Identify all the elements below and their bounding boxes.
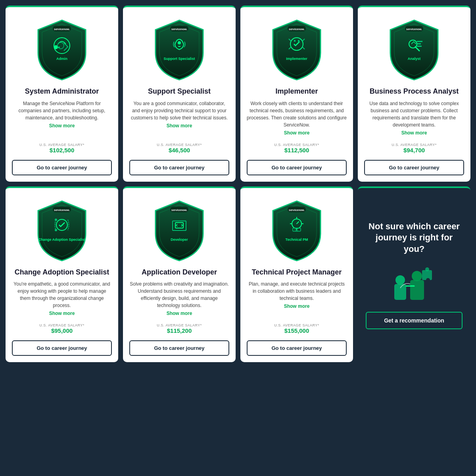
cta-illustration <box>386 264 442 304</box>
salary-value-technical-project-manager: $155,000 <box>284 327 309 334</box>
salary-label-application-developer: U.S. AVERAGE SALARY* <box>157 323 202 327</box>
svg-text:Technical PM: Technical PM <box>286 238 308 242</box>
salary-label-technical-project-manager: U.S. AVERAGE SALARY* <box>274 323 319 327</box>
svg-text:servicenow.: servicenow. <box>289 28 305 31</box>
show-more-link-technical-project-manager[interactable]: Show more <box>284 303 310 309</box>
salary-label-system-administrator: U.S. AVERAGE SALARY* <box>39 143 84 147</box>
svg-text:Support Specialist: Support Specialist <box>163 57 195 61</box>
salary-value-business-process-analyst: $94,700 <box>403 147 425 154</box>
salary-value-application-developer: $115,200 <box>167 327 192 334</box>
svg-text:Developer: Developer <box>171 238 188 242</box>
svg-text:Change Adoption Specialist: Change Adoption Specialist <box>38 238 85 242</box>
card-title-implementer: Implementer <box>275 87 318 96</box>
svg-rect-20 <box>417 43 421 44</box>
svg-text:servicenow.: servicenow. <box>171 28 187 31</box>
journey-button-application-developer[interactable]: Go to career journey <box>129 340 229 356</box>
card-desc-support-specialist: You are a good communicator, collaborato… <box>129 100 229 121</box>
svg-rect-21 <box>417 46 422 47</box>
svg-text:servicenow.: servicenow. <box>54 28 70 31</box>
show-more-link-application-developer[interactable]: Show more <box>167 311 192 316</box>
svg-rect-13 <box>294 40 296 42</box>
cta-recommendation-button[interactable]: Get a recommendation <box>366 312 463 329</box>
card-desc-implementer: Work closely with clients to understand … <box>247 100 347 129</box>
career-card-support-specialist: servicenow. Support Specialist Support S… <box>123 6 236 182</box>
svg-point-26 <box>55 219 57 221</box>
journey-button-business-process-analyst[interactable]: Go to career journey <box>364 160 464 175</box>
card-title-system-administrator: System Administrator <box>25 87 99 96</box>
card-title-change-adoption-specialist: Change Adoption Specialist <box>15 268 109 277</box>
badge-container-system-administrator: servicenow. Admin <box>30 15 94 83</box>
career-card-change-adoption-specialist: servicenow. Change Adoption Specialist C… <box>6 186 118 363</box>
career-card-business-process-analyst: servicenow. Analyst Business Process Ana… <box>358 6 470 182</box>
svg-point-27 <box>55 229 57 231</box>
salary-label-support-specialist: U.S. AVERAGE SALARY* <box>157 143 202 147</box>
svg-text:servicenow.: servicenow. <box>406 28 422 31</box>
show-more-link-change-adoption-specialist[interactable]: Show more <box>49 311 75 316</box>
badge-container-change-adoption-specialist: servicenow. Change Adoption Specialist <box>30 196 94 263</box>
svg-rect-19 <box>417 41 422 42</box>
svg-text:Implementer: Implementer <box>286 57 307 61</box>
career-card-implementer: servicenow. Implementer Implementer Work… <box>240 6 353 182</box>
svg-rect-43 <box>425 267 429 271</box>
svg-rect-45 <box>426 278 430 282</box>
svg-rect-40 <box>410 280 424 300</box>
card-title-technical-project-manager: Technical Project Manager <box>252 268 342 277</box>
badge-container-support-specialist: servicenow. Support Specialist <box>148 15 211 83</box>
salary-label-business-process-analyst: U.S. AVERAGE SALARY* <box>392 143 437 147</box>
card-desc-business-process-analyst: Use data and technology to solve complex… <box>364 100 464 129</box>
salary-label-implementer: U.S. AVERAGE SALARY* <box>274 143 319 147</box>
card-desc-technical-project-manager: Plan, manage, and execute technical proj… <box>247 280 347 302</box>
badge-container-business-process-analyst: servicenow. Analyst <box>382 15 446 83</box>
journey-button-system-administrator[interactable]: Go to career journey <box>12 160 112 175</box>
salary-value-system-administrator: $102,500 <box>50 147 75 154</box>
svg-rect-38 <box>394 284 406 300</box>
card-title-application-developer: Application Developer <box>142 268 217 277</box>
cta-title: Not sure which career journey is right f… <box>366 221 463 255</box>
badge-container-application-developer: servicenow. Developer <box>148 196 211 263</box>
salary-label-change-adoption-specialist: U.S. AVERAGE SALARY* <box>39 323 84 327</box>
show-more-link-implementer[interactable]: Show more <box>284 130 310 136</box>
journey-button-support-specialist[interactable]: Go to career journey <box>129 160 229 175</box>
svg-text:servicenow.: servicenow. <box>171 209 187 211</box>
svg-text:servicenow.: servicenow. <box>54 209 70 211</box>
salary-value-support-specialist: $46,500 <box>169 147 190 154</box>
show-more-link-business-process-analyst[interactable]: Show more <box>401 130 427 136</box>
svg-point-8 <box>178 41 181 44</box>
badge-container-implementer: servicenow. Implementer <box>265 15 328 83</box>
salary-value-implementer: $112,500 <box>284 147 309 154</box>
svg-text:Analyst: Analyst <box>408 57 421 61</box>
svg-rect-14 <box>298 40 299 42</box>
show-more-link-system-administrator[interactable]: Show more <box>49 123 75 129</box>
svg-text:Admin: Admin <box>56 57 67 61</box>
svg-point-39 <box>395 275 405 285</box>
cta-card: Not sure which career journey is right f… <box>358 186 470 363</box>
card-desc-application-developer: Solve problems with creativity and imagi… <box>129 280 229 309</box>
svg-point-41 <box>412 271 422 281</box>
journey-button-implementer[interactable]: Go to career journey <box>247 160 347 175</box>
show-more-link-support-specialist[interactable]: Show more <box>167 123 192 129</box>
badge-container-technical-project-manager: servicenow. Technical PM <box>265 196 328 263</box>
svg-rect-44 <box>432 273 436 277</box>
svg-text:servicenow.: servicenow. <box>289 209 305 211</box>
card-desc-system-administrator: Manage the ServiceNow Platform for compa… <box>12 100 112 121</box>
journey-button-technical-project-manager[interactable]: Go to career journey <box>247 340 347 356</box>
salary-value-change-adoption-specialist: $95,000 <box>51 327 73 334</box>
journey-button-change-adoption-specialist[interactable]: Go to career journey <box>12 340 112 356</box>
card-title-business-process-analyst: Business Process Analyst <box>370 87 459 96</box>
career-card-application-developer: servicenow. Developer Application Develo… <box>123 186 236 363</box>
career-card-system-administrator: servicenow. Admin System Administrator M… <box>6 6 118 182</box>
card-desc-change-adoption-specialist: You're empathetic, a good communicator, … <box>12 280 112 309</box>
card-title-support-specialist: Support Specialist <box>148 87 211 96</box>
career-card-technical-project-manager: servicenow. Technical PM Technical Proje… <box>240 186 353 363</box>
